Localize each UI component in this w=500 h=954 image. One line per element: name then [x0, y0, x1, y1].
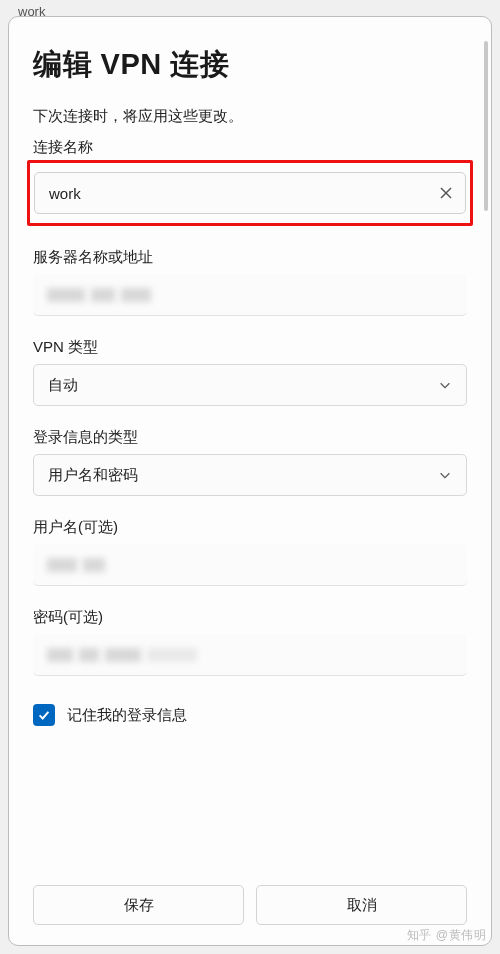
- chevron-down-icon: [438, 468, 452, 482]
- vpn-type-select[interactable]: 自动: [33, 364, 467, 406]
- username-input[interactable]: [33, 544, 467, 586]
- clear-icon[interactable]: [438, 185, 454, 201]
- server-label: 服务器名称或地址: [33, 248, 467, 267]
- connection-name-highlight: [27, 160, 473, 226]
- dialog-title: 编辑 VPN 连接: [33, 45, 467, 85]
- remember-checkbox-row[interactable]: 记住我的登录信息: [33, 704, 467, 726]
- signin-type-select[interactable]: 用户名和密码: [33, 454, 467, 496]
- dialog-subtitle: 下次连接时，将应用这些更改。: [33, 107, 467, 126]
- connection-name-input[interactable]: [34, 172, 466, 214]
- password-input[interactable]: [33, 634, 467, 676]
- password-label: 密码(可选): [33, 608, 467, 627]
- watermark: 知乎 @黄伟明: [407, 927, 486, 944]
- remember-label: 记住我的登录信息: [67, 706, 187, 725]
- dialog-button-row: 保存 取消: [33, 885, 467, 925]
- edit-vpn-dialog: 编辑 VPN 连接 下次连接时，将应用这些更改。 连接名称 服务器名称或地址 V…: [8, 16, 492, 946]
- signin-type-label: 登录信息的类型: [33, 428, 467, 447]
- server-input[interactable]: [33, 274, 467, 316]
- save-button[interactable]: 保存: [33, 885, 244, 925]
- vpn-type-label: VPN 类型: [33, 338, 467, 357]
- signin-type-value: 用户名和密码: [48, 466, 138, 485]
- cancel-button[interactable]: 取消: [256, 885, 467, 925]
- username-label: 用户名(可选): [33, 518, 467, 537]
- connection-name-label: 连接名称: [33, 138, 467, 157]
- scrollbar[interactable]: [484, 41, 488, 211]
- vpn-type-value: 自动: [48, 376, 78, 395]
- chevron-down-icon: [438, 378, 452, 392]
- remember-checkbox[interactable]: [33, 704, 55, 726]
